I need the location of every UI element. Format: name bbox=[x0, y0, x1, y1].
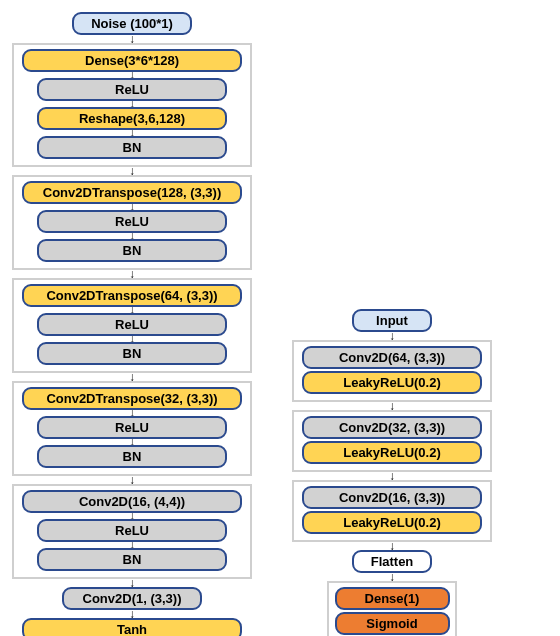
arrow-icon: ↓ bbox=[129, 35, 135, 43]
arrow-icon: ↓ bbox=[129, 270, 135, 278]
gen-bn: BN bbox=[37, 136, 227, 159]
arrow-icon: ↓ bbox=[129, 373, 135, 381]
arrow-icon: ↓ bbox=[389, 542, 395, 550]
gen-bn: BN bbox=[37, 342, 227, 365]
gen-block2: Conv2DTranspose(128, (3,3)) ↓ ReLU ↓ BN bbox=[12, 175, 252, 270]
arrow-icon: ↓ bbox=[129, 476, 135, 484]
gen-block3: Conv2DTranspose(64, (3,3)) ↓ ReLU ↓ BN bbox=[12, 278, 252, 373]
gen-block4: Conv2DTranspose(32, (3,3)) ↓ ReLU ↓ BN bbox=[12, 381, 252, 476]
disc-leakyrelu: LeakyReLU(0.2) bbox=[302, 371, 482, 394]
disc-block1: Conv2D(64, (3,3)) LeakyReLU(0.2) bbox=[292, 340, 492, 402]
disc-conv32: Conv2D(32, (3,3)) bbox=[302, 416, 482, 439]
disc-out-group: Dense(1) Sigmoid bbox=[327, 581, 457, 636]
gen-bn: BN bbox=[37, 548, 227, 571]
disc-block2: Conv2D(32, (3,3)) LeakyReLU(0.2) bbox=[292, 410, 492, 472]
arrow-icon: ↓ bbox=[389, 573, 395, 581]
generator-column: Noise (100*1) ↓ Dense(3*6*128) ↓ ReLU ↓ … bbox=[12, 12, 252, 636]
arrow-icon: ↓ bbox=[389, 332, 395, 340]
disc-block3: Conv2D(16, (3,3)) LeakyReLU(0.2) bbox=[292, 480, 492, 542]
gen-tanh: Tanh bbox=[22, 618, 242, 636]
gen-block5: Conv2D(16, (4,4)) ↓ ReLU ↓ BN bbox=[12, 484, 252, 579]
disc-conv16: Conv2D(16, (3,3)) bbox=[302, 486, 482, 509]
arrow-icon: ↓ bbox=[389, 472, 395, 480]
disc-sigmoid: Sigmoid bbox=[335, 612, 450, 635]
disc-conv64: Conv2D(64, (3,3)) bbox=[302, 346, 482, 369]
arrow-icon: ↓ bbox=[129, 167, 135, 175]
disc-leakyrelu: LeakyReLU(0.2) bbox=[302, 511, 482, 534]
arrow-icon: ↓ bbox=[129, 610, 135, 618]
arrow-icon: ↓ bbox=[389, 402, 395, 410]
discriminator-column: Input ↓ Conv2D(64, (3,3)) LeakyReLU(0.2)… bbox=[292, 309, 492, 636]
gen-bn: BN bbox=[37, 445, 227, 468]
arrow-icon: ↓ bbox=[129, 579, 135, 587]
disc-dense1: Dense(1) bbox=[335, 587, 450, 610]
disc-leakyrelu: LeakyReLU(0.2) bbox=[302, 441, 482, 464]
gen-block1: Dense(3*6*128) ↓ ReLU ↓ Reshape(3,6,128)… bbox=[12, 43, 252, 167]
gen-bn: BN bbox=[37, 239, 227, 262]
